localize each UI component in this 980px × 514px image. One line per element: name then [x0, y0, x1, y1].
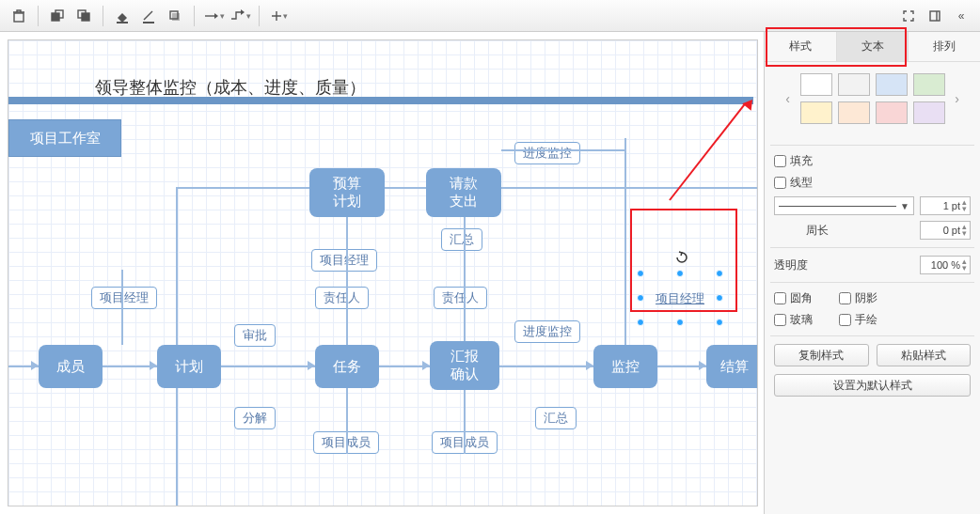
- tab-style[interactable]: 样式: [765, 32, 837, 61]
- diagram-title: 领导整体监控（成本、进度、质量）: [95, 76, 366, 99]
- fill-checkbox[interactable]: 填充: [774, 153, 813, 169]
- canvas[interactable]: 领导整体监控（成本、进度、质量） 项目工作室 预算 计划 请款 支出 进度监控 …: [8, 39, 758, 506]
- node-plan[interactable]: 计划: [157, 345, 221, 388]
- label-responsible-1[interactable]: 责任人: [315, 287, 369, 309]
- add-icon[interactable]: ▾: [265, 3, 292, 29]
- label-pm-1[interactable]: 项目经理: [91, 287, 157, 309]
- svg-rect-0: [14, 13, 24, 22]
- rounded-checkbox[interactable]: 圆角: [774, 290, 813, 306]
- svg-rect-9: [930, 11, 940, 21]
- shadow-icon[interactable]: [162, 3, 188, 29]
- handdrawn-checkbox[interactable]: 手绘: [839, 312, 877, 328]
- label-progress-2[interactable]: 进度监控: [514, 320, 580, 343]
- selected-text[interactable]: 项目经理: [652, 288, 708, 309]
- glass-checkbox[interactable]: 玻璃: [774, 312, 813, 328]
- perimeter-input[interactable]: 0 pt▴▾: [920, 221, 971, 240]
- node-request-pay[interactable]: 请款 支出: [426, 168, 501, 217]
- swatch-purple[interactable]: [913, 101, 945, 124]
- swatch-orange[interactable]: [838, 101, 870, 124]
- label-decompose[interactable]: 分解: [234, 407, 276, 429]
- swatch-next-icon[interactable]: ›: [951, 91, 964, 106]
- connection-icon[interactable]: ▾: [200, 3, 227, 29]
- label-progress-1[interactable]: 进度监控: [514, 142, 580, 164]
- selected-object[interactable]: 项目经理: [640, 273, 721, 324]
- line-style-select[interactable]: ▼: [774, 196, 914, 215]
- tab-arrange[interactable]: 排列: [909, 32, 980, 61]
- swatch-blue[interactable]: [876, 73, 908, 96]
- swimlane-header[interactable]: 项目工作室: [8, 119, 121, 157]
- rotate-handle[interactable]: [675, 251, 687, 262]
- label-pm-2[interactable]: 项目经理: [311, 249, 377, 272]
- panel-tabs: 样式 文本 排列: [765, 32, 980, 62]
- swatch-yellow[interactable]: [800, 101, 832, 124]
- swatch-row-1: ‹ ›: [765, 62, 980, 130]
- toolbar: ▾ ▾ ▾ «: [0, 0, 980, 32]
- opacity-input[interactable]: 100 %▴▾: [920, 256, 971, 274]
- label-responsible-2[interactable]: 责任人: [434, 287, 487, 309]
- node-task[interactable]: 任务: [315, 345, 379, 388]
- format-panel-icon[interactable]: [922, 3, 948, 29]
- to-front-icon[interactable]: [44, 3, 71, 29]
- swatch-white[interactable]: [800, 73, 832, 96]
- label-approve[interactable]: 审批: [234, 324, 276, 347]
- svg-rect-5: [117, 22, 128, 23]
- to-back-icon[interactable]: [71, 3, 97, 29]
- waypoint-icon[interactable]: ▾: [227, 3, 253, 29]
- perimeter-label: 周长: [806, 223, 829, 239]
- paste-style-button[interactable]: 粘贴样式: [877, 344, 972, 366]
- line-checkbox[interactable]: 线型: [774, 175, 813, 191]
- delete-icon[interactable]: [6, 3, 32, 29]
- set-default-style-button[interactable]: 设置为默认样式: [774, 374, 971, 397]
- node-report[interactable]: 汇报 确认: [430, 341, 499, 390]
- shadow-checkbox[interactable]: 阴影: [839, 290, 877, 306]
- fullscreen-icon[interactable]: [895, 3, 922, 29]
- line-width-input[interactable]: 1 pt▴▾: [920, 196, 971, 215]
- node-members[interactable]: 成员: [39, 345, 103, 388]
- node-budget-plan[interactable]: 预算 计划: [309, 168, 385, 217]
- svg-rect-6: [143, 22, 154, 23]
- format-panel: 样式 文本 排列 ‹ › 填充 线型: [764, 32, 980, 514]
- swatch-prev-icon[interactable]: ‹: [782, 91, 795, 106]
- label-summary-1[interactable]: 汇总: [441, 228, 482, 251]
- title-bar: [8, 97, 753, 104]
- node-monitor[interactable]: 监控: [593, 345, 657, 388]
- swatch-red[interactable]: [876, 101, 908, 124]
- fill-color-icon[interactable]: [109, 3, 135, 29]
- line-color-icon[interactable]: [135, 3, 162, 29]
- node-settle[interactable]: 结算: [706, 345, 758, 388]
- svg-rect-8: [172, 13, 180, 21]
- swatch-green[interactable]: [913, 73, 945, 96]
- copy-style-button[interactable]: 复制样式: [774, 344, 869, 366]
- collapse-icon[interactable]: «: [948, 3, 974, 29]
- label-summary-2[interactable]: 汇总: [535, 407, 577, 429]
- tab-text[interactable]: 文本: [837, 32, 909, 61]
- swatch-grey[interactable]: [838, 73, 870, 96]
- opacity-label: 透明度: [774, 257, 808, 273]
